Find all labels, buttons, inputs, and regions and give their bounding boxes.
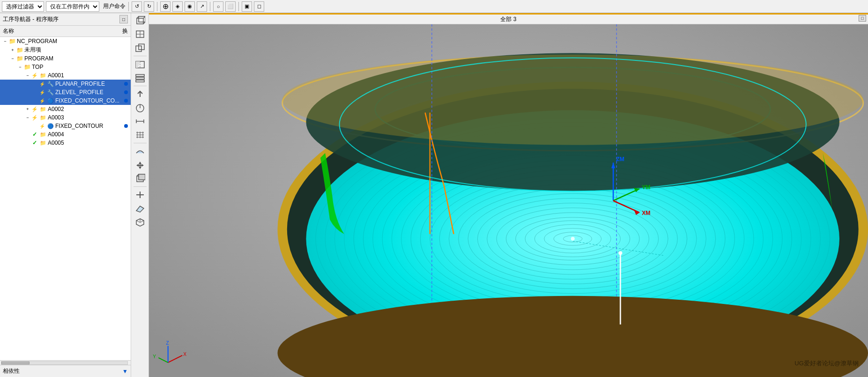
svg-line-38 (136, 221, 140, 222)
zlevel-profile-node[interactable]: ⚡ 🔧 ZLEVEL_PROFILE (0, 88, 131, 96)
planar-status (121, 82, 131, 86)
program-label: PROGRAM (24, 55, 53, 62)
svg-point-76 (282, 54, 863, 145)
program-node[interactable]: − 📁 PROGRAM (0, 54, 131, 63)
col-switch-label: 换 (122, 27, 128, 35)
fixed-co-op-icon: ⚡ (38, 97, 46, 104)
fixed-contour-node[interactable]: ⚡ 🔵 FIXED_CONTOUR (0, 122, 131, 130)
zlevel-status (121, 90, 131, 94)
zlevel-op-icon: ⚡ (38, 89, 46, 96)
unused-label: 未用项 (24, 46, 41, 54)
a0003-folder-icon: 📁 (39, 114, 47, 121)
unused-node[interactable]: + 📁 未用项 (0, 45, 131, 54)
layer-settings-icon[interactable] (133, 71, 148, 84)
program-expand[interactable]: − (9, 55, 16, 62)
circle-btn[interactable]: ○ (213, 1, 223, 12)
box-render-icon[interactable] (133, 172, 148, 185)
toolbar-sep-4 (134, 186, 147, 187)
snap-btn[interactable]: ⊕ (160, 1, 171, 12)
svg-text:XM: XM (642, 210, 650, 216)
fixed-co-label: FIXED_CONTOUR_CO... (55, 97, 119, 104)
top-expand[interactable]: − (17, 64, 23, 70)
svg-rect-15 (136, 80, 144, 82)
panel-minimize-btn[interactable]: □ (119, 15, 128, 23)
root-label: NC_PROGRAM (17, 38, 57, 44)
separator-4 (238, 2, 239, 11)
planar-label: PLANAR_PROFILE (55, 81, 105, 87)
vp-maximize-btn[interactable]: □ (859, 15, 866, 22)
fixed-contour-status (121, 124, 131, 128)
svg-marker-12 (136, 61, 140, 68)
unused-expand[interactable]: + (9, 47, 16, 53)
box-btn[interactable]: ▣ (242, 1, 252, 12)
arrow-up-icon[interactable] (133, 88, 148, 101)
planar-profile-node[interactable]: ⚡ 🔧 PLANAR_PROFILE (0, 80, 131, 88)
fixed-co-tool-icon: 🔵 (47, 97, 54, 104)
svg-text:Y: Y (153, 354, 156, 359)
surface-btn[interactable]: ◻ (254, 1, 264, 12)
fixed-contour-expand[interactable] (32, 123, 38, 129)
a0004-folder-icon: 📁 (39, 131, 47, 138)
redo-btn[interactable]: ↻ (144, 1, 154, 12)
scene-3d: ZM YM XM X Z Y (149, 24, 868, 377)
separator-3 (210, 2, 210, 11)
dependencies-arrow[interactable]: ▼ (122, 368, 128, 375)
orient-view-icon[interactable] (133, 41, 148, 54)
plane-icon[interactable] (133, 202, 148, 215)
tree-area[interactable]: − 📁 NC_PROGRAM + 📁 未用项 − 📁 PROGRAM (0, 37, 131, 360)
a0005-expand[interactable] (24, 140, 31, 146)
distance-icon[interactable] (133, 115, 148, 128)
a0002-expand[interactable]: + (24, 106, 31, 112)
user-cmd-label: 用户命令 (103, 2, 126, 10)
rect-btn[interactable]: ⬜ (225, 1, 236, 12)
select-btn[interactable]: ◈ (172, 1, 183, 12)
zlevel-expand[interactable] (32, 89, 38, 96)
add-point-icon[interactable] (133, 188, 148, 201)
a0003-expand[interactable]: − (24, 114, 31, 121)
view-top-icon[interactable] (133, 28, 148, 41)
canvas-area[interactable]: ZM YM XM X Z Y UG爱好者论坛@潦草钢 (149, 24, 868, 377)
svg-point-93 (618, 251, 622, 255)
fixed-co-expand[interactable] (32, 97, 38, 104)
a0004-expand[interactable] (24, 131, 31, 138)
planar-expand[interactable] (32, 81, 38, 87)
svg-rect-13 (136, 74, 144, 76)
vp-title: 全部 3 (500, 15, 516, 23)
view-cube-icon[interactable] (133, 14, 148, 27)
a0003-icon: ⚡ (31, 114, 38, 121)
undo-btn[interactable]: ↺ (132, 1, 142, 12)
fixed-contour-co-node[interactable]: ⚡ 🔵 FIXED_CONTOUR_CO... (0, 96, 131, 105)
tool3-btn[interactable]: ↗ (197, 1, 207, 12)
arc-measure-icon[interactable] (133, 101, 148, 114)
separator-1 (128, 2, 129, 11)
cube-3d-icon[interactable] (133, 215, 148, 229)
a0003-label: A0003 (48, 114, 64, 121)
a0002-node[interactable]: + ⚡ 📁 A0002 (0, 105, 131, 113)
top-toolbar: 选择过滤器 仅在工作部件内 用户命令 ↺ ↻ ⊕ ◈ ◉ ↗ ○ ⬜ ▣ ◻ (0, 0, 868, 13)
fixed-contour-tool-icon: 🔵 (47, 122, 54, 130)
tree-root-node[interactable]: − 📁 NC_PROGRAM (0, 37, 131, 45)
grid-measure-icon[interactable] (133, 128, 148, 141)
select2-btn[interactable]: ◉ (185, 1, 195, 12)
surface-analysis-icon[interactable] (133, 145, 148, 158)
viewport[interactable]: 全部 3 □ (149, 13, 868, 377)
panel-header: 工序导航器 - 程序顺序 □ (0, 13, 131, 26)
section-view-icon[interactable] (133, 58, 148, 71)
planar-tool-icon: 🔧 (47, 80, 54, 88)
top-label: TOP (32, 64, 43, 70)
filter-select[interactable]: 选择过滤器 (2, 1, 44, 12)
move-icon[interactable] (133, 158, 148, 171)
svg-text:ZM: ZM (616, 156, 624, 163)
a0001-expand[interactable]: − (24, 72, 31, 79)
a0003-node[interactable]: − ⚡ 📁 A0003 (0, 113, 131, 122)
root-expand[interactable]: − (2, 38, 8, 44)
zlevel-tool-icon: 🔧 (47, 89, 54, 96)
panel-title: 工序导航器 - 程序顺序 (3, 15, 59, 23)
fixed-co-status (121, 99, 131, 103)
a0004-node[interactable]: ✓ 📁 A0004 (0, 130, 131, 139)
h-scrollbar[interactable] (1, 361, 128, 365)
location-select[interactable]: 仅在工作部件内 (46, 1, 99, 12)
a0001-node[interactable]: − ⚡ 📁 A0001 (0, 71, 131, 80)
a0005-node[interactable]: ✓ 📁 A0005 (0, 139, 131, 147)
top-node[interactable]: − 📁 TOP (0, 63, 131, 71)
